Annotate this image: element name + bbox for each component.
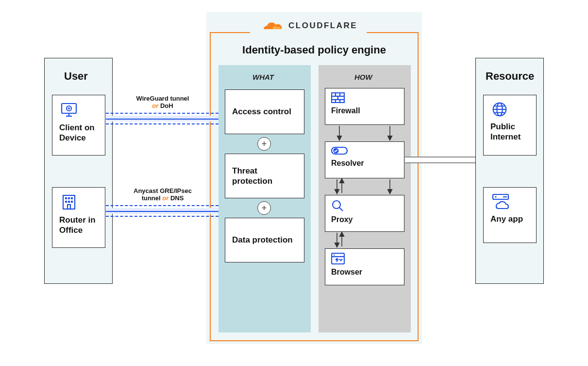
- firewall-card: Firewall: [325, 88, 404, 125]
- firewall-label: Firewall: [331, 106, 398, 116]
- gre-label: Anycast GRE/IPsec tunnel or DNS: [126, 187, 199, 202]
- app-label: Any app: [490, 214, 529, 224]
- svg-rect-7: [68, 197, 70, 199]
- browser-card: Browser: [325, 248, 404, 285]
- cloud-server-icon: [490, 192, 529, 211]
- router-label: Router in Office: [59, 215, 98, 236]
- cloudflare-brand-text: CLOUDFLARE: [288, 21, 357, 31]
- what-header: WHAT: [252, 73, 274, 81]
- public-internet-card: Public Internet: [483, 95, 537, 156]
- svg-rect-6: [65, 197, 67, 199]
- any-app-card: Any app: [483, 187, 537, 243]
- monitor-icon: [59, 100, 98, 120]
- office-building-icon: [59, 192, 98, 212]
- resource-title: Resource: [486, 70, 534, 83]
- wireguard-tunnel: [106, 113, 218, 124]
- data-protection-label: Data protection: [232, 235, 297, 245]
- globe-icon: [490, 100, 529, 119]
- svg-rect-8: [71, 197, 73, 199]
- svg-rect-10: [68, 201, 70, 203]
- access-control-card: Access control: [225, 89, 304, 134]
- access-control-label: Access control: [232, 106, 297, 117]
- user-title: User: [64, 70, 88, 83]
- wireguard-label: WireGuard tunnel or DoH: [126, 95, 199, 109]
- internet-label: Public Internet: [490, 122, 529, 142]
- cloudflare-logo-tab: CLOUDFLARE: [248, 15, 369, 37]
- how-header: HOW: [354, 73, 372, 81]
- threat-protection-label: Threat protection: [232, 166, 297, 187]
- svg-point-35: [334, 254, 335, 255]
- user-panel: [44, 58, 113, 284]
- browser-label: Browser: [331, 267, 398, 277]
- router-in-office-card: Router in Office: [52, 187, 105, 248]
- gre-tunnel: [106, 205, 218, 217]
- svg-rect-11: [71, 201, 73, 203]
- cloudflare-cloud-icon: [259, 19, 284, 32]
- client-label: Client on Device: [59, 122, 98, 143]
- plus-icon-1: +: [257, 137, 271, 151]
- browser-window-icon: [331, 253, 398, 264]
- firewall-icon: [331, 92, 398, 103]
- client-on-device-card: Client on Device: [52, 95, 105, 156]
- threat-protection-card: Threat protection: [225, 154, 304, 198]
- data-protection-card: Data protection: [225, 218, 304, 262]
- resource-panel: [475, 58, 544, 284]
- engine-title: Identity-based policy engine: [210, 44, 419, 56]
- svg-rect-12: [67, 205, 70, 209]
- engine-to-resource-connector: [405, 157, 475, 163]
- svg-point-4: [68, 107, 70, 109]
- how-arrows: [325, 125, 404, 251]
- svg-point-19: [495, 196, 496, 197]
- plus-icon-2: +: [257, 201, 271, 215]
- svg-rect-9: [65, 201, 67, 203]
